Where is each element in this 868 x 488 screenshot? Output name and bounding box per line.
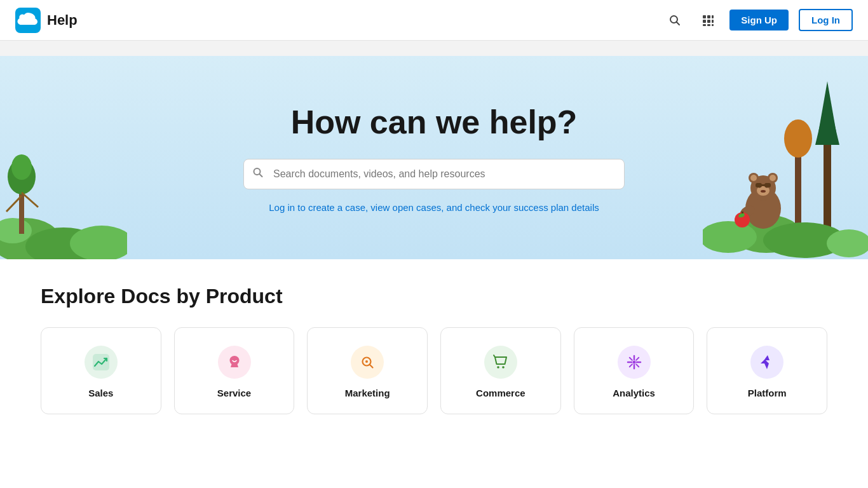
- product-icon-marketing: [351, 346, 384, 379]
- platform-icon: [759, 354, 775, 370]
- search-wrapper: [243, 159, 625, 189]
- svg-point-25: [784, 119, 812, 158]
- search-bar-icon: [252, 166, 264, 181]
- svg-line-2: [677, 22, 680, 25]
- svg-line-63: [629, 364, 632, 367]
- login-case-link[interactable]: Log in to create a case, view open cases…: [269, 202, 599, 213]
- svg-line-60: [629, 358, 632, 360]
- svg-rect-9: [703, 24, 706, 26]
- grid-menu-button[interactable]: [696, 9, 719, 32]
- hero-right-decoration: [703, 81, 868, 259]
- product-card-platform[interactable]: Platform: [707, 327, 827, 414]
- search-icon: [668, 14, 681, 27]
- svg-point-52: [365, 360, 368, 363]
- svg-point-54: [502, 366, 505, 369]
- product-label-commerce: Commerce: [476, 388, 526, 398]
- salesforce-logo: [15, 8, 41, 33]
- svg-rect-7: [707, 20, 710, 23]
- login-button[interactable]: Log In: [799, 9, 853, 31]
- grid-icon: [702, 14, 714, 27]
- svg-point-18: [11, 154, 32, 180]
- svg-rect-46: [761, 184, 765, 186]
- hero-title: How can we help?: [291, 103, 578, 141]
- product-label-service: Service: [217, 388, 251, 398]
- product-icon-sales: [85, 346, 118, 379]
- product-icon-commerce: [484, 346, 517, 379]
- commerce-icon: [492, 354, 509, 370]
- marketing-icon: [359, 354, 376, 370]
- header: Help Sign Up Log In: [0, 0, 868, 41]
- analytics-icon: [626, 354, 642, 370]
- hero-left-decoration: [0, 94, 127, 259]
- product-card-service[interactable]: Service: [174, 327, 295, 414]
- svg-rect-24: [795, 145, 801, 234]
- header-right: Sign Up Log In: [663, 9, 853, 32]
- product-icon-platform: [750, 346, 783, 379]
- product-card-analytics[interactable]: Analytics: [574, 327, 695, 414]
- svg-line-55: [494, 355, 495, 357]
- svg-rect-44: [756, 183, 762, 187]
- search-button[interactable]: [663, 9, 686, 32]
- product-grid: Sales Service Marketing Commerce: [41, 327, 827, 414]
- product-icon-service: [218, 346, 251, 379]
- svg-rect-6: [703, 20, 706, 23]
- service-icon: [226, 354, 243, 370]
- svg-line-61: [636, 364, 639, 367]
- sales-icon: [93, 354, 109, 370]
- product-icon-analytics: [618, 346, 651, 379]
- product-label-platform: Platform: [748, 388, 787, 398]
- explore-section: Explore Docs by Product Sales Service Ma…: [0, 259, 868, 440]
- product-label-analytics: Analytics: [613, 388, 655, 398]
- product-card-marketing[interactable]: Marketing: [307, 327, 428, 414]
- svg-point-34: [750, 175, 757, 181]
- product-label-sales: Sales: [88, 388, 113, 398]
- signup-button[interactable]: Sign Up: [729, 10, 789, 30]
- svg-rect-49: [93, 354, 109, 370]
- svg-rect-10: [707, 24, 710, 26]
- svg-point-64: [632, 361, 635, 364]
- site-title: Help: [47, 12, 78, 29]
- product-card-sales[interactable]: Sales: [41, 327, 161, 414]
- svg-rect-5: [712, 15, 714, 18]
- product-label-marketing: Marketing: [345, 388, 390, 398]
- svg-rect-3: [703, 15, 706, 18]
- svg-point-53: [497, 366, 499, 369]
- svg-line-51: [370, 365, 373, 368]
- svg-point-39: [761, 190, 766, 193]
- svg-rect-45: [764, 183, 771, 187]
- svg-line-48: [259, 173, 262, 176]
- svg-line-62: [636, 358, 639, 360]
- product-card-commerce[interactable]: Commerce: [440, 327, 561, 414]
- explore-title: Explore Docs by Product: [41, 285, 827, 308]
- svg-rect-8: [712, 20, 714, 23]
- svg-point-35: [770, 175, 776, 181]
- svg-marker-65: [761, 355, 770, 369]
- svg-rect-11: [712, 24, 714, 26]
- svg-marker-23: [815, 94, 839, 145]
- gray-bar: [0, 41, 868, 56]
- hero-section: How can we help? Log in to create a case…: [0, 56, 868, 259]
- search-input[interactable]: [243, 159, 625, 189]
- header-left: Help: [15, 8, 78, 33]
- svg-rect-4: [707, 15, 710, 18]
